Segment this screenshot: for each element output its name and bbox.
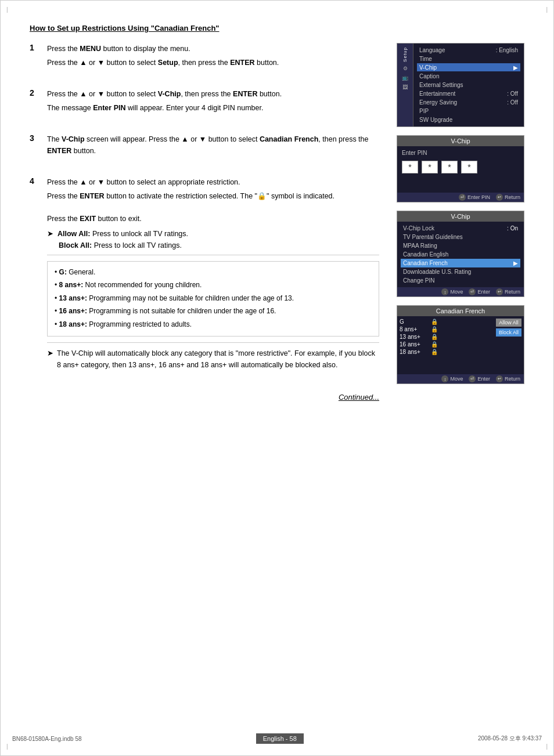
info-16: • 16 ans+: Programming is not suitable f… — [55, 305, 372, 317]
pin-footer-return-label: Return — [505, 194, 520, 200]
cf-move-icon: ↕ — [441, 375, 448, 382]
pin-box-3: * — [441, 161, 458, 173]
footer-left: BN68-01580A-Eng.indb 58 — [12, 736, 82, 742]
pin-box-2: * — [422, 161, 438, 173]
step-1-line-2: Press the ▲ or ▼ button to select Setup,… — [47, 57, 379, 68]
cf-footer-enter-label: Enter — [477, 376, 490, 382]
return-icon: ↩ — [496, 194, 503, 201]
info-18: • 18 ans+: Programming restricted to adu… — [55, 319, 372, 330]
cf-lock-13: 🔒 — [431, 334, 438, 340]
corner-tl: | — [6, 6, 8, 13]
left-column: 1 Press the MENU button to display the m… — [30, 43, 385, 407]
vchip-mpaa: MPAA Rating — [401, 241, 520, 250]
menu-caption: Caption — [417, 72, 520, 80]
section-heading: How to Set up Restrictions Using "Canadi… — [30, 24, 524, 32]
cf-footer: ↕ Move ⏎ Enter ↩ Return — [397, 374, 524, 384]
vchip-footer-move: ↕ Move — [441, 288, 463, 295]
info-8: • 8 ans+: Not recommended for young chil… — [55, 279, 372, 291]
cf-return-icon: ↩ — [496, 375, 503, 382]
corner-br: | — [546, 743, 548, 750]
cf-lock-g: 🔒 — [431, 319, 438, 325]
menu-sw: SW Upgrade — [417, 115, 520, 124]
screen-cf-title: Canadian French — [397, 306, 524, 316]
step-4-line-2: Press the ENTER button to activate the r… — [47, 190, 379, 202]
setup-sidebar: Setup ⚙ 📺 🖼 — [397, 44, 413, 126]
enter-icon-2: ⏎ — [469, 288, 476, 295]
screen-pin-title: V-Chip — [397, 136, 524, 146]
vchip-footer-enter: ⏎ Enter — [469, 288, 490, 295]
vchip-footer: ↕ Move ⏎ Enter ↩ Return — [397, 287, 524, 296]
cf-enter-icon: ⏎ — [469, 375, 476, 382]
step-2-line-2: The message Enter PIN will appear. Enter… — [47, 102, 379, 114]
cf-action-buttons: Allow All Block All — [496, 319, 521, 356]
pin-screen-body: Enter PIN * * * * — [397, 146, 524, 193]
cf-allow-all-btn[interactable]: Allow All — [496, 319, 521, 327]
note-vchip: ➤ The V-Chip will automatically block an… — [47, 348, 379, 371]
pin-label: Enter PIN — [402, 150, 519, 156]
menu-external: External Settings — [417, 81, 520, 89]
corner-bl: | — [6, 743, 8, 750]
cf-footer-enter: ⏎ Enter — [469, 375, 490, 382]
cf-lock-16: 🔒 — [431, 341, 438, 348]
cf-lock-8: 🔒 — [431, 326, 438, 332]
setup-screen-body: Setup ⚙ 📺 🖼 Language : English Time V-Ch… — [397, 44, 524, 126]
cf-label-13: 13 ans+ — [400, 334, 429, 340]
cf-block-all-btn[interactable]: Block All — [496, 328, 521, 337]
step-4-number: 4 — [30, 176, 47, 186]
screen-vchip: V-Chip V-Chip Lock : On TV Parental Guid… — [397, 211, 524, 297]
step-3-content: The V-Chip screen will appear. Press the… — [47, 133, 379, 159]
step-1-line-1: Press the MENU button to display the men… — [47, 43, 379, 55]
cf-row-16: 16 ans+ 🔒 — [400, 341, 496, 348]
allow-block-note: ➤ Allow All: Press to unlock all TV rati… — [47, 228, 379, 251]
pin-footer: ⏎ Enter PIN ↩ Return — [397, 193, 524, 202]
step-3: 3 The V-Chip screen will appear. Press t… — [30, 133, 379, 159]
menu-entertainment: Entertainment : Off — [417, 89, 520, 97]
step-4-content: Press the ▲ or ▼ button to select an app… — [47, 176, 379, 375]
step-3-line-1: The V-Chip screen will appear. Press the… — [47, 133, 379, 157]
vchip-cdn-french: Canadian French ▶ — [401, 259, 520, 267]
step-4-exit: Press the EXIT button to exit. — [47, 213, 379, 225]
pin-box-4: * — [461, 161, 477, 173]
right-column: Setup ⚙ 📺 🖼 Language : English Time V-Ch… — [397, 43, 524, 407]
screen-vchip-title: V-Chip — [397, 211, 524, 222]
cf-row-13: 13 ans+ 🔒 — [400, 334, 496, 340]
step-1-content: Press the MENU button to display the men… — [47, 43, 379, 71]
step-4-line-1: Press the ▲ or ▼ button to select an app… — [47, 176, 379, 188]
menu-time: Time — [417, 55, 520, 63]
info-box: • G: General. • 8 ans+: Not recommended … — [47, 261, 379, 337]
menu-pip: PIP — [417, 107, 520, 115]
step-2-number: 2 — [30, 88, 47, 97]
step-2-line-1: Press the ▲ or ▼ button to select V-Chip… — [47, 88, 379, 100]
sidebar-label: Setup — [402, 47, 408, 62]
return-icon-2: ↩ — [496, 288, 503, 295]
cf-row-g: G 🔒 — [400, 319, 496, 325]
screen-setup: Setup ⚙ 📺 🖼 Language : English Time V-Ch… — [397, 43, 524, 127]
divider-2 — [47, 342, 379, 343]
cf-rows: G 🔒 8 ans+ 🔒 13 ans+ 🔒 — [400, 319, 496, 356]
vchip-footer-move-label: Move — [450, 289, 463, 295]
move-icon: ↕ — [441, 288, 448, 295]
step-1-number: 1 — [30, 43, 47, 52]
cf-footer-move: ↕ Move — [441, 375, 463, 382]
vchip-tv-parental: TV Parental Guidelines — [401, 233, 520, 241]
cf-label-16: 16 ans+ — [400, 341, 429, 348]
cf-content: G 🔒 8 ans+ 🔒 13 ans+ 🔒 — [400, 319, 521, 356]
note-vchip-text: The V-Chip will automatically block any … — [57, 348, 379, 371]
sidebar-icon-2: 📺 — [402, 75, 408, 81]
continued-text: Continued... — [30, 393, 379, 401]
cf-footer-return: ↩ Return — [496, 375, 520, 382]
vchip-screen-body: V-Chip Lock : On TV Parental Guidelines … — [397, 222, 524, 287]
cf-label-g: G — [400, 319, 429, 325]
vchip-footer-return: ↩ Return — [496, 288, 520, 295]
page-wrapper: | | How to Set up Restrictions Using "Ca… — [0, 0, 554, 756]
sidebar-icon-3: 🖼 — [402, 84, 408, 90]
cf-row-18: 18 ans+ 🔒 — [400, 349, 496, 355]
enter-icon: ⏎ — [459, 194, 466, 201]
content-area: 1 Press the MENU button to display the m… — [30, 43, 524, 407]
step-2-content: Press the ▲ or ▼ button to select V-Chip… — [47, 88, 379, 116]
step-1: 1 Press the MENU button to display the m… — [30, 43, 379, 71]
page-footer: BN68-01580A-Eng.indb 58 English - 58 200… — [1, 733, 553, 744]
corner-tr: | — [546, 6, 548, 13]
info-g: • G: General. — [55, 266, 372, 278]
pin-footer-enter: ⏎ Enter PIN — [459, 194, 490, 201]
